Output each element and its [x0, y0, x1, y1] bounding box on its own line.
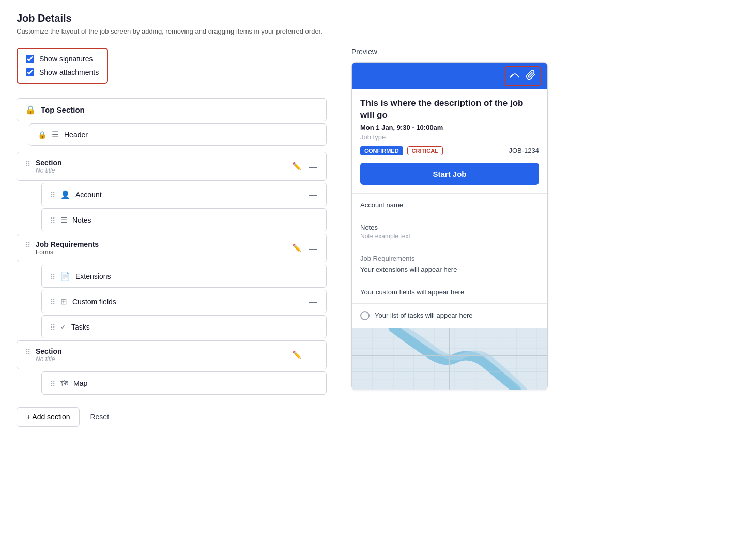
header-item-label: Header: [64, 131, 88, 139]
preview-card: This is where the description of the job…: [351, 62, 548, 390]
show-attachments-checkbox[interactable]: Show attachments: [26, 68, 99, 76]
section-2-remove-btn[interactable]: —: [308, 350, 318, 361]
child-item-custom-fields: ⠿ ⊞ Custom fields —: [41, 290, 327, 313]
job-req-remove-btn[interactable]: —: [308, 243, 318, 254]
show-signatures-label: Show signatures: [39, 55, 93, 63]
notes-label: Notes: [72, 216, 91, 224]
start-job-button[interactable]: Start Job: [360, 163, 539, 185]
top-section-header: 🔒 Top Section: [17, 98, 327, 121]
preview-header-icons-box: [504, 66, 541, 86]
drag-handle-2[interactable]: ⠿: [25, 347, 30, 356]
map-label: Map: [73, 379, 87, 387]
child-item-account: ⠿ 👤 Account —: [41, 183, 327, 206]
preview-tasks-placeholder: Your list of tasks will appear here: [375, 312, 473, 319]
section-1-title: Section: [36, 159, 62, 167]
add-section-button[interactable]: + Add section: [17, 407, 80, 427]
lock-icon: 🔒: [25, 105, 36, 115]
preview-tasks-section: Your list of tasks will appear here: [352, 303, 547, 328]
section-block-job-req: ⠿ Job Requirements Forms ✏️ — ⠿: [17, 234, 327, 338]
preview-task-row: Your list of tasks will appear here: [360, 311, 539, 320]
custom-fields-remove-btn[interactable]: —: [308, 296, 318, 307]
section-2-subtitle: No title: [36, 355, 62, 363]
show-signatures-input[interactable]: [26, 55, 34, 63]
preview-notes-section: Notes Note example text: [352, 216, 547, 247]
top-section-label: Top Section: [41, 105, 85, 114]
preview-custom-fields-section: Your custom fields will appear here: [352, 281, 547, 303]
notes-icon: ☰: [60, 215, 67, 225]
preview-custom-fields-placeholder: Your custom fields will appear here: [360, 288, 539, 296]
drag-handle-account[interactable]: ⠿: [50, 190, 55, 199]
custom-fields-icon: ⊞: [60, 297, 67, 306]
preview-panel: Preview: [351, 48, 548, 390]
account-remove-btn[interactable]: —: [308, 189, 318, 200]
map-remove-btn[interactable]: —: [308, 378, 318, 388]
top-section-block: 🔒 Top Section 🔒 ☰ Header: [17, 98, 327, 146]
section-2-edit-btn[interactable]: ✏️: [291, 349, 303, 361]
preview-badges-row: CONFIRMED CRITICAL JOB-1234: [360, 146, 539, 155]
show-signatures-checkbox[interactable]: Show signatures: [26, 55, 99, 63]
child-item-tasks: ⠿ ✓ Tasks —: [41, 315, 327, 338]
tasks-label: Tasks: [71, 323, 90, 331]
section-2-title: Section: [36, 347, 62, 355]
section-1-edit-btn[interactable]: ✏️: [291, 161, 303, 172]
attachment-icon: [526, 70, 536, 83]
preview-header-bar: [352, 63, 547, 89]
reset-button[interactable]: Reset: [86, 407, 113, 427]
extensions-remove-btn[interactable]: —: [308, 271, 318, 282]
section-row-2: ⠿ Section No title ✏️ —: [17, 340, 327, 369]
show-attachments-input[interactable]: [26, 68, 34, 76]
left-panel: Show signatures Show attachments 🔒 Top S…: [17, 48, 327, 427]
drag-handle-custom-fields[interactable]: ⠿: [50, 297, 55, 306]
section-block-1: ⠿ Section No title ✏️ — ⠿ �: [17, 152, 327, 231]
job-id: JOB-1234: [509, 147, 539, 154]
section-row-job-req: ⠿ Job Requirements Forms ✏️ —: [17, 234, 327, 262]
extensions-icon: 📄: [60, 272, 70, 281]
checkboxes-container: Show signatures Show attachments: [17, 48, 108, 84]
header-item: 🔒 ☰ Header: [29, 123, 327, 146]
account-icon: 👤: [60, 190, 70, 199]
job-req-subtitle: Forms: [36, 248, 99, 256]
badge-critical: CRITICAL: [407, 146, 443, 155]
drag-handle-extensions[interactable]: ⠿: [50, 272, 55, 281]
preview-job-type: Job type: [360, 133, 539, 141]
section-row-1: ⠿ Section No title ✏️ —: [17, 152, 327, 181]
page-subtitle: Customize the layout of the job screen b…: [17, 27, 721, 35]
page-title: Job Details: [17, 12, 721, 24]
child-item-notes: ⠿ ☰ Notes —: [41, 208, 327, 231]
section-1-subtitle: No title: [36, 167, 62, 174]
preview-body: This is where the description of the job…: [352, 89, 547, 193]
preview-job-req-section: Job Requirements Your extensions will ap…: [352, 247, 547, 281]
preview-job-title: This is where the description of the job…: [360, 98, 539, 121]
drag-handle-map[interactable]: ⠿: [50, 379, 55, 388]
drag-handle-1[interactable]: ⠿: [25, 159, 30, 168]
preview-label: Preview: [351, 48, 548, 56]
section-1-remove-btn[interactable]: —: [308, 161, 318, 172]
preview-extensions-placeholder: Your extensions will appear here: [360, 266, 539, 273]
account-label: Account: [75, 191, 102, 199]
job-req-title: Job Requirements: [36, 240, 99, 248]
child-item-extensions: ⠿ 📄 Extensions —: [41, 265, 327, 288]
badge-confirmed: CONFIRMED: [360, 146, 403, 155]
map-icon: 🗺: [60, 379, 68, 387]
notes-remove-btn[interactable]: —: [308, 214, 318, 225]
preview-account-section: Account name: [352, 193, 547, 216]
preview-map: [352, 328, 547, 390]
preview-job-time: Mon 1 Jan, 9:30 - 10:00am: [360, 123, 539, 131]
drag-handle-tasks[interactable]: ⠿: [50, 322, 55, 332]
section-block-2: ⠿ Section No title ✏️ — ⠿ �: [17, 340, 327, 395]
header-lock-icon: 🔒: [38, 131, 47, 139]
preview-job-req-label: Job Requirements: [360, 255, 539, 262]
drag-handle-job-req[interactable]: ⠿: [25, 240, 30, 250]
extensions-label: Extensions: [75, 272, 111, 281]
preview-badges: CONFIRMED CRITICAL: [360, 146, 443, 155]
drag-handle-notes[interactable]: ⠿: [50, 215, 55, 225]
tasks-remove-btn[interactable]: —: [308, 321, 318, 332]
header-lines-icon: ☰: [52, 130, 59, 139]
job-req-edit-btn[interactable]: ✏️: [291, 242, 303, 254]
child-item-map: ⠿ 🗺 Map —: [41, 371, 327, 395]
preview-account-name: Account name: [360, 201, 539, 209]
custom-fields-label: Custom fields: [72, 298, 116, 306]
bottom-actions: + Add section Reset: [17, 407, 327, 427]
show-attachments-label: Show attachments: [39, 68, 99, 76]
task-circle-icon: [360, 311, 370, 320]
